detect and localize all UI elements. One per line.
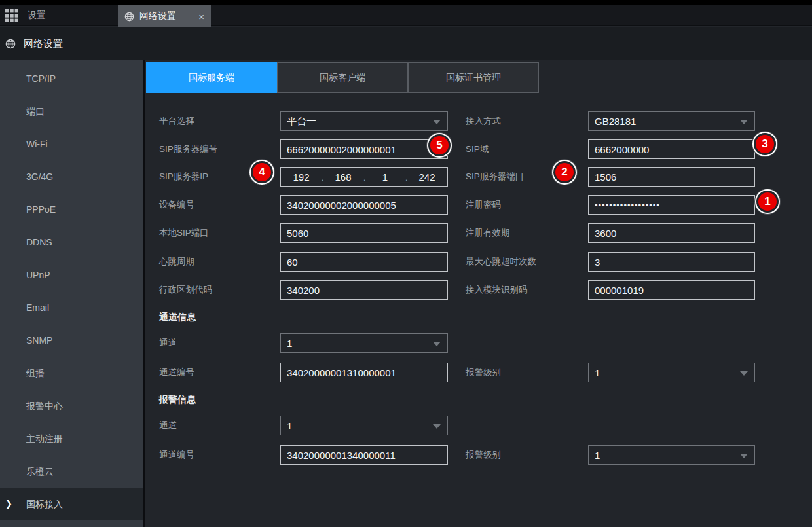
sidebar-item-pppoe[interactable]: PPPoE <box>0 193 143 226</box>
annotation-badge-2: 2 <box>553 161 576 183</box>
chevron-down-icon <box>740 371 748 376</box>
window-tab-label: 设置 <box>28 10 46 22</box>
sip-server-id-label: SIP服务器编号 <box>159 139 217 159</box>
admin-code-label: 行政区划代码 <box>159 280 212 300</box>
platform-label: 平台选择 <box>159 111 194 131</box>
ip-octet-1[interactable]: 192 <box>281 172 322 183</box>
annotation-badge-1: 1 <box>756 191 779 213</box>
channel-label: 通道 <box>159 333 177 353</box>
alarm-level-select-2[interactable]: 1 <box>588 445 755 465</box>
sidebar-item-alarm-center[interactable]: 报警中心 <box>0 390 143 422</box>
ip-dot: . <box>363 173 365 183</box>
sidebar-item-wifi[interactable]: Wi-Fi <box>0 128 143 160</box>
channel-select[interactable]: 1 <box>280 333 448 353</box>
ip-dot: . <box>322 173 323 183</box>
alarm-level-select[interactable]: 1 <box>588 363 755 382</box>
channel-id-input[interactable] <box>280 363 448 382</box>
main-content: 国标服务端 国标客户端 国标证书管理 平台选择 平台一 接入方式 GB28181… <box>145 60 812 527</box>
sidebar-item-upnp[interactable]: UPnP <box>0 259 143 291</box>
chevron-right-icon: ❯ <box>5 488 12 520</box>
channel-info-title: 通道信息 <box>159 312 196 323</box>
window-tab-label: 网络设置 <box>139 10 176 22</box>
top-strip <box>0 0 812 5</box>
alarm-level-label-2: 报警级别 <box>466 445 501 465</box>
tab-gb-client[interactable]: 国标客户端 <box>277 62 408 93</box>
heartbeat-label: 心跳周期 <box>159 252 194 272</box>
selected-value: 1 <box>287 338 292 349</box>
admin-code-input[interactable] <box>280 280 448 300</box>
sidebar-item-email[interactable]: Email <box>0 291 143 324</box>
access-type-select[interactable]: GB28181 <box>588 111 755 131</box>
sip-server-ip-label: SIP服务器IP <box>159 167 208 187</box>
sip-server-id-input[interactable] <box>280 139 448 159</box>
heartbeat-input[interactable] <box>280 252 448 272</box>
access-module-input[interactable] <box>588 280 755 300</box>
sidebar: TCP/IP 端口 Wi-Fi 3G/4G PPPoE DDNS UPnP Em… <box>0 60 145 527</box>
sidebar-item-port[interactable]: 端口 <box>0 95 143 128</box>
chevron-down-icon <box>740 120 748 124</box>
chevron-down-icon <box>740 454 748 458</box>
chevron-down-icon <box>433 120 441 124</box>
annotation-badge-4: 4 <box>251 161 273 183</box>
page-title: 网络设置 <box>24 38 63 50</box>
access-module-label: 接入模块识别码 <box>466 280 528 300</box>
sidebar-item-snmp[interactable]: SNMP <box>0 324 143 357</box>
alarm-channel-label: 通道 <box>159 416 177 435</box>
device-id-label: 设备编号 <box>159 195 194 215</box>
window-tab-network-settings[interactable]: 网络设置 × <box>118 5 211 27</box>
sidebar-item-label: 国标接入 <box>26 499 63 509</box>
local-sip-port-input[interactable] <box>280 223 448 243</box>
register-valid-label: 注册有效期 <box>466 223 510 243</box>
sidebar-item-lechange[interactable]: 乐橙云 <box>0 455 143 488</box>
sip-server-port-input[interactable] <box>588 167 755 187</box>
register-valid-input[interactable] <box>588 223 755 243</box>
annotation-badge-3: 3 <box>754 133 776 155</box>
alarm-channel-id-input[interactable] <box>280 445 448 465</box>
grid-menu-icon[interactable] <box>5 9 18 22</box>
chevron-down-icon <box>433 424 441 429</box>
page-header: 网络设置 <box>0 27 812 60</box>
chevron-down-icon <box>433 342 441 346</box>
ip-octet-2[interactable]: 168 <box>323 172 363 183</box>
annotation-badge-5: 5 <box>428 134 451 156</box>
ip-dot: . <box>405 173 407 183</box>
local-sip-port-label: 本地SIP端口 <box>159 223 209 243</box>
ip-octet-4[interactable]: 242 <box>407 172 447 183</box>
sidebar-item-multicast[interactable]: 组播 <box>0 357 143 390</box>
window-tab-settings[interactable]: 设置 <box>0 5 115 26</box>
app-window: 设置 网络设置 × 网络设置 TCP/IP 端口 Wi <box>0 0 812 527</box>
register-password-label: 注册密码 <box>466 195 501 215</box>
window-tab-bar: 设置 网络设置 × <box>0 5 812 26</box>
sidebar-item-tcpip[interactable]: TCP/IP <box>0 62 143 95</box>
max-heartbeat-label: 最大心跳超时次数 <box>466 252 536 272</box>
sidebar-item-ddns[interactable]: DDNS <box>0 226 143 259</box>
register-password-input[interactable] <box>588 195 755 215</box>
alarm-info-title: 报警信息 <box>159 394 196 406</box>
sip-domain-label: SIP域 <box>466 139 489 159</box>
close-icon[interactable]: × <box>198 12 204 22</box>
tab-gb-cert-management[interactable]: 国标证书管理 <box>408 62 539 93</box>
sidebar-item-auto-register[interactable]: 主动注册 <box>0 422 143 455</box>
selected-value: 1 <box>595 450 600 461</box>
globe-icon <box>124 12 134 22</box>
content-tabs: 国标服务端 国标客户端 国标证书管理 <box>146 62 539 93</box>
sidebar-item-gb28181[interactable]: ❯ 国标接入 <box>0 488 143 520</box>
device-id-input[interactable] <box>280 195 448 215</box>
alarm-channel-id-label: 通道编号 <box>159 445 194 465</box>
platform-select[interactable]: 平台一 <box>280 111 448 131</box>
alarm-channel-select[interactable]: 1 <box>280 416 448 435</box>
sip-domain-input[interactable] <box>588 139 755 159</box>
sip-server-port-label: SIP服务器端口 <box>466 167 524 187</box>
ip-octet-3[interactable]: 1 <box>365 172 405 183</box>
alarm-level-label: 报警级别 <box>466 363 501 382</box>
selected-value: 1 <box>595 367 600 378</box>
globe-icon <box>5 39 16 49</box>
max-heartbeat-input[interactable] <box>588 252 755 272</box>
tab-gb-server[interactable]: 国标服务端 <box>146 62 277 93</box>
access-type-label: 接入方式 <box>466 111 501 131</box>
sidebar-item-3g4g[interactable]: 3G/4G <box>0 160 143 193</box>
selected-value: 1 <box>287 420 292 431</box>
sip-server-ip-input[interactable]: 192 . 168 . 1 . 242 <box>280 167 448 187</box>
selected-value: GB28181 <box>595 116 636 127</box>
channel-id-label: 通道编号 <box>159 363 194 382</box>
